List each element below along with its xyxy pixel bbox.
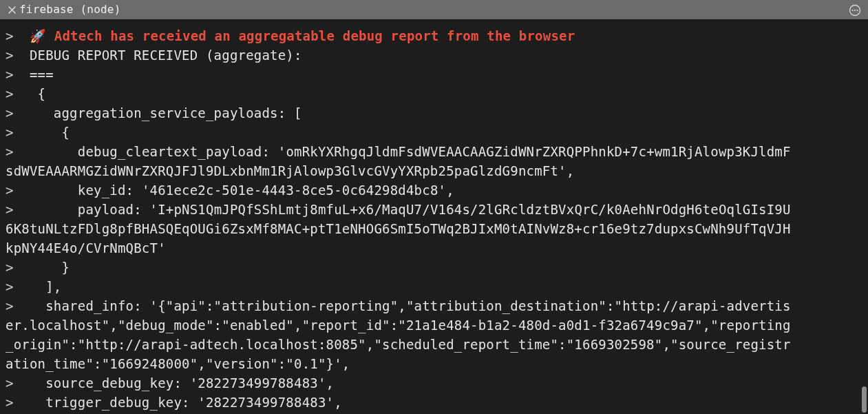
log-line: sdWVEAAARMGZidWNrZXRQJFJl9DLxbnMm1RjAlow…	[6, 161, 862, 180]
log-text: debug_cleartext_payload: 'omRkYXRhgqJldm…	[78, 144, 791, 159]
log-line: kpNY44E4o/CVrNmQBcT'	[6, 238, 862, 258]
prompt-marker: >	[6, 260, 14, 275]
log-text: sdWVEAAARMGZidWNrZXRQJFJl9DLxbnMm1RjAlow…	[6, 163, 574, 178]
log-text: }	[61, 260, 70, 275]
tab-title: firebase (node)	[15, 0, 125, 19]
svg-point-3	[856, 10, 858, 11]
tab-bar: firebase (node)	[0, 0, 868, 19]
svg-point-2	[854, 10, 856, 11]
log-line: 6K8tuNLtzFDlg8pfBHASQEqOUGi6ZsxMf8MAC+pt…	[6, 219, 862, 238]
prompt-marker: >	[6, 298, 14, 313]
log-text: ation_time":"1669248000","version":"0.1"…	[6, 356, 350, 371]
prompt-marker: >	[6, 183, 14, 198]
log-line: > trigger_debug_key: '282273499788483',	[6, 393, 862, 412]
close-icon[interactable]	[4, 6, 15, 14]
log-text: aggregation_service_payloads: [	[54, 105, 302, 121]
log-line: > payload: 'I+pNS1QmJPQfSShLmtj8mfuL+x6/…	[6, 200, 862, 219]
log-line: > debug_cleartext_payload: 'omRkYXRhgqJl…	[6, 142, 862, 161]
log-text: 6K8tuNLtzFDlg8pfBHASQEqOUGi6ZsxMf8MAC+pt…	[6, 221, 791, 236]
log-text: key_id: '461ece2c-501e-4443-8ce5-0c64298…	[78, 183, 454, 198]
prompt-marker: >	[6, 48, 14, 63]
prompt-marker: >	[6, 86, 14, 101]
prompt-marker: >	[6, 144, 14, 159]
scrollbar-thumb[interactable]	[862, 386, 867, 413]
svg-point-1	[851, 10, 853, 11]
log-line: > ===	[6, 65, 862, 84]
log-text: ],	[45, 279, 61, 294]
prompt-marker: >	[6, 125, 14, 140]
rocket-icon: 🚀	[30, 26, 46, 45]
terminal-output: > 🚀 Adtech has received an aggregatable …	[0, 19, 868, 414]
log-text: {	[38, 86, 46, 101]
log-text: kpNY44E4o/CVrNmQBcT'	[6, 240, 166, 256]
log-text: payload: 'I+pNS1QmJPQfSShLmtj8mfuL+x6/Ma…	[78, 202, 791, 217]
log-text: DEBUG REPORT RECEIVED (aggregate):	[30, 48, 302, 63]
log-line: > DEBUG REPORT RECEIVED (aggregate):	[6, 45, 862, 65]
log-line: > 🚀 Adtech has received an aggregatable …	[6, 26, 862, 45]
log-line: > key_id: '461ece2c-501e-4443-8ce5-0c642…	[6, 180, 862, 200]
log-line: > aggregation_service_payloads: [	[6, 103, 862, 123]
log-text: shared_info: '{"api":"attribution-report…	[45, 298, 790, 313]
log-line: _origin":"http://arapi-adtech.localhost:…	[6, 335, 862, 354]
prompt-marker: >	[6, 202, 14, 217]
log-line: > {	[6, 84, 862, 103]
log-text: _origin":"http://arapi-adtech.localhost:…	[6, 337, 791, 352]
prompt-marker: >	[6, 28, 14, 43]
log-text: {	[61, 125, 70, 140]
prompt-marker: >	[6, 67, 14, 82]
log-line: > shared_info: '{"api":"attribution-repo…	[6, 296, 862, 315]
prompt-marker: >	[6, 395, 14, 410]
log-line: > ],	[6, 277, 862, 296]
prompt-marker: >	[6, 279, 14, 294]
highlight-message: Adtech has received an aggregatable debu…	[54, 28, 575, 43]
prompt-marker: >	[6, 105, 14, 121]
prompt-marker: >	[6, 375, 14, 391]
log-line: > source_debug_key: '282273499788483',	[6, 373, 862, 393]
more-icon[interactable]	[849, 4, 861, 17]
log-line: er.localhost","debug_mode":"enabled","re…	[6, 315, 862, 335]
log-text: er.localhost","debug_mode":"enabled","re…	[6, 318, 791, 333]
log-text: trigger_debug_key: '282273499788483',	[45, 395, 342, 410]
log-text: ===	[30, 67, 54, 82]
log-line: > {	[6, 123, 862, 142]
log-line: ation_time":"1669248000","version":"0.1"…	[6, 354, 862, 373]
log-line: > }	[6, 258, 862, 277]
log-text: source_debug_key: '282273499788483',	[45, 375, 334, 391]
